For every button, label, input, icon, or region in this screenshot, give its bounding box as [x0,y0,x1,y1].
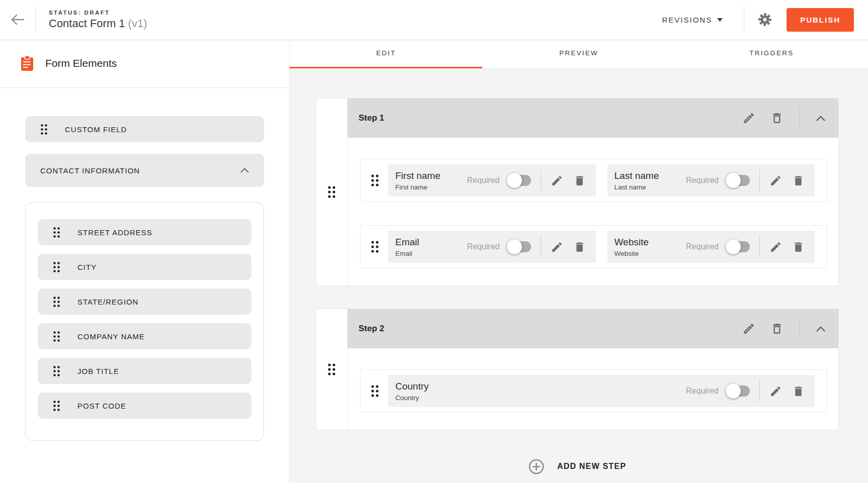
step-drag-rail[interactable] [316,309,348,430]
drag-handle-icon[interactable] [327,363,336,376]
delete-step-button[interactable] [770,322,784,335]
required-toggle[interactable] [727,385,750,397]
sidebar-item-job-title[interactable]: JOB TITLE [38,358,251,384]
field-email[interactable]: Email Email Required [388,231,596,263]
drag-handle-icon[interactable] [53,261,60,273]
drag-handle-icon[interactable] [53,400,60,412]
publish-button[interactable]: PUBLISH [787,8,854,32]
step-drag-rail[interactable] [316,99,348,285]
field-title: Website [615,236,649,249]
field-sublabel: Email [395,250,419,257]
editor-content: EDIT PREVIEW TRIGGERS Step 1 [290,39,868,483]
field-row: First name First name Required [360,159,827,202]
field-last-name[interactable]: Last name Last name Required [607,164,815,197]
contact-information-group: STREET ADDRESS CITY STATE/REGION [25,202,264,441]
field-actions-divider [541,169,541,191]
edit-step-button[interactable] [742,112,755,125]
trash-icon [792,385,805,398]
sidebar-item-street-address[interactable]: STREET ADDRESS [38,219,251,245]
back-arrow-icon [10,14,25,26]
collapse-step-button[interactable] [816,116,825,121]
step-1-card: Step 1 [316,98,839,286]
edit-field-button[interactable] [769,241,782,253]
chevron-up-icon [816,326,825,332]
chevron-up-icon [816,116,825,121]
sidebar-item-label: CITY [77,263,97,271]
edit-step-button[interactable] [742,322,755,335]
add-new-step-button[interactable]: ADD NEW STEP [316,453,839,480]
field-row: Email Email Required [360,225,827,268]
drag-handle-icon[interactable] [371,240,379,253]
sidebar-item-post-code[interactable]: POST CODE [38,393,251,419]
drag-handle-icon[interactable] [371,384,379,398]
sidebar-item-state-region[interactable]: STATE/REGION [38,288,251,315]
field-actions-divider [759,169,760,191]
pencil-icon [551,174,563,187]
delete-field-button[interactable] [792,174,805,187]
back-button[interactable] [0,0,35,39]
step-body: Step 1 [348,99,838,285]
custom-field-label: CUSTOM FIELD [65,125,127,134]
field-titles: Country Country [395,380,429,402]
drag-handle-icon[interactable] [53,227,60,238]
settings-button[interactable] [757,12,772,27]
sidebar-item-city[interactable]: CITY [38,254,251,280]
collapse-step-button[interactable] [816,326,825,332]
form-elements-sidebar: Form Elements CUSTOM FIELD CONTACT INFOR… [0,39,290,483]
required-toggle[interactable] [727,241,750,252]
clipboard-icon [20,55,34,71]
status-badge: STATUS: DRAFT [49,10,147,16]
drag-handle-icon[interactable] [371,174,379,187]
required-label: Required [686,387,719,396]
delete-step-button[interactable] [770,112,784,125]
pencil-icon [769,174,782,187]
field-first-name[interactable]: First name First name Required [388,164,596,197]
field-sublabel: Website [615,250,649,257]
field-website[interactable]: Website Website Required [607,231,815,263]
required-toggle[interactable] [508,241,531,252]
gear-icon [757,12,772,27]
field-actions-divider [759,236,760,258]
required-toggle[interactable] [727,175,750,186]
delete-field-button[interactable] [573,174,586,187]
edit-field-button[interactable] [769,174,782,187]
form-title-block: STATUS: DRAFT Contact Form 1(v1) [49,10,147,30]
drag-handle-icon[interactable] [53,365,60,377]
contact-information-group-toggle[interactable]: CONTACT INFORMATION [25,154,264,187]
drag-handle-icon[interactable] [53,331,60,342]
pencil-icon [769,241,782,253]
add-new-step-label: ADD NEW STEP [557,462,626,471]
field-title: Last name [615,170,659,182]
drag-handle-icon[interactable] [40,124,48,135]
step-rows: First name First name Required [348,138,838,285]
edit-field-button[interactable] [769,385,782,398]
form-name: Contact Form 1 [49,17,125,30]
tab-edit[interactable]: EDIT [290,39,482,68]
form-builder-app: STATUS: DRAFT Contact Form 1(v1) REVISIO… [0,0,868,483]
delete-field-button[interactable] [573,241,586,253]
chevron-up-icon [240,168,249,173]
sidebar-title: Form Elements [45,57,117,69]
step-header-actions [742,106,825,130]
page-title: Contact Form 1(v1) [49,17,147,30]
tab-preview[interactable]: PREVIEW [482,39,675,68]
delete-field-button[interactable] [792,241,805,253]
drag-handle-icon[interactable] [327,185,336,199]
sidebar-item-company-name[interactable]: COMPANY NAME [38,323,251,349]
drag-handle-icon[interactable] [53,296,60,308]
header-actions-divider [800,317,800,341]
revisions-dropdown[interactable]: REVISIONS [662,16,723,24]
field-row: Country Country Required [360,369,827,413]
delete-field-button[interactable] [792,385,805,398]
edit-field-button[interactable] [551,241,563,253]
pencil-icon [742,112,755,125]
sidebar-item-custom-field[interactable]: CUSTOM FIELD [25,116,264,142]
main-area: Form Elements CUSTOM FIELD CONTACT INFOR… [0,39,868,483]
step-2-card: Step 2 [316,309,839,430]
sidebar-item-label: POST CODE [77,402,126,410]
edit-field-button[interactable] [551,174,563,187]
required-toggle[interactable] [508,175,531,186]
pencil-icon [742,322,755,335]
tab-triggers[interactable]: TRIGGERS [675,39,868,68]
field-country[interactable]: Country Country Required [388,375,815,407]
